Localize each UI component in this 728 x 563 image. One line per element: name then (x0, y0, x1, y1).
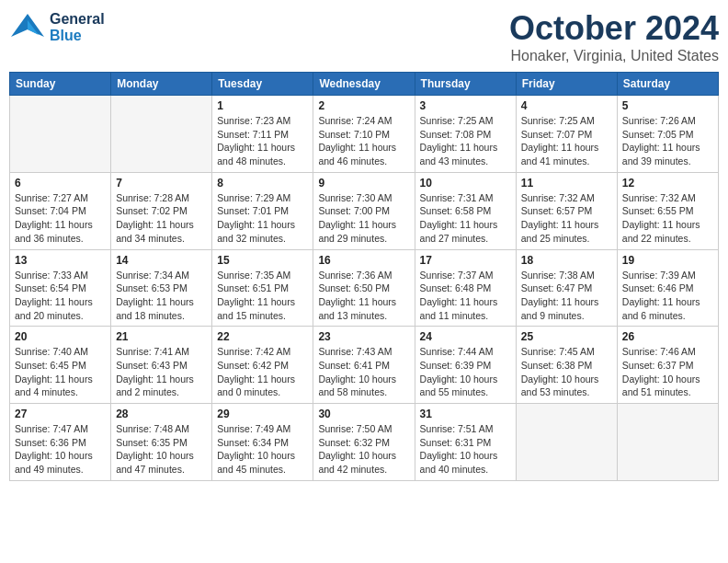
calendar-cell: 22Sunrise: 7:42 AM Sunset: 6:42 PM Dayli… (212, 327, 313, 404)
calendar-week-5: 27Sunrise: 7:47 AM Sunset: 6:36 PM Dayli… (10, 404, 719, 481)
calendar-cell: 21Sunrise: 7:41 AM Sunset: 6:43 PM Dayli… (111, 327, 212, 404)
day-number: 1 (217, 99, 308, 112)
calendar-cell: 27Sunrise: 7:47 AM Sunset: 6:36 PM Dayli… (10, 404, 111, 481)
day-info: Sunrise: 7:23 AM Sunset: 7:11 PM Dayligh… (217, 114, 308, 168)
calendar-cell (10, 96, 111, 173)
day-info: Sunrise: 7:43 AM Sunset: 6:41 PM Dayligh… (318, 345, 409, 399)
calendar-cell: 4Sunrise: 7:25 AM Sunset: 7:07 PM Daylig… (516, 96, 617, 173)
calendar-cell: 10Sunrise: 7:31 AM Sunset: 6:58 PM Dayli… (415, 172, 516, 249)
day-number: 24 (420, 330, 511, 343)
day-number: 15 (217, 254, 308, 267)
day-info: Sunrise: 7:38 AM Sunset: 6:47 PM Dayligh… (521, 269, 612, 323)
day-info: Sunrise: 7:37 AM Sunset: 6:48 PM Dayligh… (420, 269, 511, 323)
day-number: 10 (420, 177, 511, 190)
day-number: 18 (521, 254, 612, 267)
day-number: 12 (622, 177, 713, 190)
calendar-cell: 11Sunrise: 7:32 AM Sunset: 6:57 PM Dayli… (516, 172, 617, 249)
month-title: October 2024 (509, 9, 719, 48)
day-info: Sunrise: 7:25 AM Sunset: 7:07 PM Dayligh… (521, 114, 612, 168)
day-info: Sunrise: 7:34 AM Sunset: 6:53 PM Dayligh… (116, 269, 207, 323)
logo: General Blue (9, 9, 105, 46)
day-number: 9 (318, 177, 409, 190)
weekday-header-friday: Friday (516, 73, 617, 96)
day-number: 4 (521, 99, 612, 112)
calendar-cell: 30Sunrise: 7:50 AM Sunset: 6:32 PM Dayli… (313, 404, 415, 481)
day-number: 13 (15, 254, 106, 267)
day-info: Sunrise: 7:29 AM Sunset: 7:01 PM Dayligh… (217, 191, 308, 246)
logo-icon (9, 9, 46, 46)
day-number: 17 (420, 254, 511, 267)
calendar-week-4: 20Sunrise: 7:40 AM Sunset: 6:45 PM Dayli… (10, 327, 719, 404)
calendar-cell: 3Sunrise: 7:25 AM Sunset: 7:08 PM Daylig… (415, 96, 516, 173)
logo-name: General Blue (50, 11, 105, 43)
day-number: 25 (521, 330, 612, 343)
title-block: October 2024 Honaker, Virginia, United S… (509, 9, 719, 64)
weekday-header-monday: Monday (111, 73, 212, 96)
day-number: 2 (318, 99, 409, 112)
day-number: 16 (318, 254, 409, 267)
day-info: Sunrise: 7:25 AM Sunset: 7:08 PM Dayligh… (420, 114, 511, 168)
calendar-table: SundayMondayTuesdayWednesdayThursdayFrid… (9, 72, 719, 481)
calendar-cell: 31Sunrise: 7:51 AM Sunset: 6:31 PM Dayli… (415, 404, 516, 481)
day-info: Sunrise: 7:30 AM Sunset: 7:00 PM Dayligh… (318, 191, 409, 246)
day-info: Sunrise: 7:48 AM Sunset: 6:35 PM Dayligh… (116, 422, 207, 477)
day-number: 3 (420, 99, 511, 112)
calendar-week-3: 13Sunrise: 7:33 AM Sunset: 6:54 PM Dayli… (10, 249, 719, 327)
day-info: Sunrise: 7:45 AM Sunset: 6:38 PM Dayligh… (521, 345, 612, 399)
day-number: 19 (622, 254, 713, 267)
day-number: 26 (622, 330, 713, 343)
calendar-cell: 12Sunrise: 7:32 AM Sunset: 6:55 PM Dayli… (617, 172, 718, 249)
calendar-cell (516, 404, 617, 481)
day-info: Sunrise: 7:51 AM Sunset: 6:31 PM Dayligh… (420, 422, 511, 477)
day-info: Sunrise: 7:31 AM Sunset: 6:58 PM Dayligh… (420, 191, 511, 246)
calendar-cell (617, 404, 718, 481)
day-number: 29 (217, 408, 308, 420)
day-info: Sunrise: 7:40 AM Sunset: 6:45 PM Dayligh… (15, 345, 106, 399)
day-number: 5 (622, 99, 713, 112)
calendar-week-1: 1Sunrise: 7:23 AM Sunset: 7:11 PM Daylig… (10, 96, 719, 173)
weekday-header-sunday: Sunday (10, 73, 111, 96)
calendar-cell: 26Sunrise: 7:46 AM Sunset: 6:37 PM Dayli… (617, 327, 718, 404)
calendar-cell: 25Sunrise: 7:45 AM Sunset: 6:38 PM Dayli… (516, 327, 617, 404)
calendar-cell: 19Sunrise: 7:39 AM Sunset: 6:46 PM Dayli… (617, 249, 718, 327)
calendar-cell: 5Sunrise: 7:26 AM Sunset: 7:05 PM Daylig… (617, 96, 718, 173)
day-number: 23 (318, 330, 409, 343)
logo-blue-text: Blue (50, 28, 105, 44)
calendar-cell: 20Sunrise: 7:40 AM Sunset: 6:45 PM Dayli… (10, 327, 111, 404)
calendar-cell: 28Sunrise: 7:48 AM Sunset: 6:35 PM Dayli… (111, 404, 212, 481)
location: Honaker, Virginia, United States (509, 48, 719, 64)
day-number: 27 (15, 408, 106, 420)
day-number: 6 (15, 177, 106, 190)
day-info: Sunrise: 7:28 AM Sunset: 7:02 PM Dayligh… (116, 191, 207, 246)
calendar-cell: 6Sunrise: 7:27 AM Sunset: 7:04 PM Daylig… (10, 172, 111, 249)
calendar-cell: 9Sunrise: 7:30 AM Sunset: 7:00 PM Daylig… (313, 172, 415, 249)
day-number: 7 (116, 177, 207, 190)
calendar-cell: 1Sunrise: 7:23 AM Sunset: 7:11 PM Daylig… (212, 96, 313, 173)
day-info: Sunrise: 7:24 AM Sunset: 7:10 PM Dayligh… (318, 114, 409, 168)
day-number: 31 (420, 408, 511, 420)
weekday-header-wednesday: Wednesday (313, 73, 415, 96)
day-number: 20 (15, 330, 106, 343)
calendar-cell: 14Sunrise: 7:34 AM Sunset: 6:53 PM Dayli… (111, 249, 212, 327)
day-number: 11 (521, 177, 612, 190)
calendar-cell: 16Sunrise: 7:36 AM Sunset: 6:50 PM Dayli… (313, 249, 415, 327)
day-info: Sunrise: 7:42 AM Sunset: 6:42 PM Dayligh… (217, 345, 308, 399)
page-header: General Blue October 2024 Honaker, Virgi… (9, 9, 719, 64)
calendar-cell: 29Sunrise: 7:49 AM Sunset: 6:34 PM Dayli… (212, 404, 313, 481)
day-number: 8 (217, 177, 308, 190)
day-number: 22 (217, 330, 308, 343)
day-number: 28 (116, 408, 207, 420)
day-number: 30 (318, 408, 409, 420)
weekday-header-saturday: Saturday (617, 73, 718, 96)
calendar-cell: 13Sunrise: 7:33 AM Sunset: 6:54 PM Dayli… (10, 249, 111, 327)
day-info: Sunrise: 7:35 AM Sunset: 6:51 PM Dayligh… (217, 269, 308, 323)
weekday-header-tuesday: Tuesday (212, 73, 313, 96)
calendar-cell: 18Sunrise: 7:38 AM Sunset: 6:47 PM Dayli… (516, 249, 617, 327)
day-number: 21 (116, 330, 207, 343)
calendar-cell: 8Sunrise: 7:29 AM Sunset: 7:01 PM Daylig… (212, 172, 313, 249)
day-info: Sunrise: 7:44 AM Sunset: 6:39 PM Dayligh… (420, 345, 511, 399)
day-info: Sunrise: 7:46 AM Sunset: 6:37 PM Dayligh… (622, 345, 713, 399)
day-info: Sunrise: 7:47 AM Sunset: 6:36 PM Dayligh… (15, 422, 106, 477)
calendar-cell: 7Sunrise: 7:28 AM Sunset: 7:02 PM Daylig… (111, 172, 212, 249)
day-info: Sunrise: 7:49 AM Sunset: 6:34 PM Dayligh… (217, 422, 308, 477)
